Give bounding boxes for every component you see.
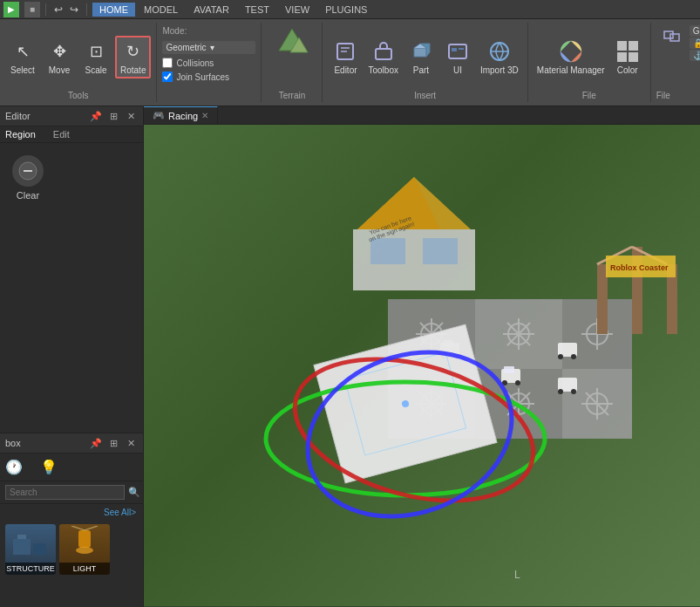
- group-icon: [663, 26, 682, 45]
- group-button[interactable]: [656, 24, 688, 62]
- svg-rect-15: [617, 52, 627, 62]
- toolbox-button[interactable]: Toolbox: [364, 38, 401, 77]
- svg-line-27: [85, 526, 98, 530]
- box-panel: box 📌 ⊞ ✕ 🔍 ⚙ See All>: [0, 433, 143, 607]
- material-icon: [559, 39, 583, 64]
- box-panel-header: box 📌 ⊞ ✕: [0, 433, 143, 454]
- rotate-button[interactable]: ↻ Rotate: [115, 36, 151, 78]
- toolbox-icon: [371, 39, 396, 64]
- mode-group: Mode: Geometric ▾ Collisions Join Surfac…: [157, 23, 262, 102]
- structure-thumbnail[interactable]: STRUCTURE: [5, 524, 56, 575]
- svg-line-26: [71, 526, 85, 530]
- mode-dropdown[interactable]: Geometric ▾: [162, 41, 255, 54]
- region-tab[interactable]: Region: [5, 129, 36, 140]
- menu-test[interactable]: TEST: [238, 3, 276, 17]
- see-all-button[interactable]: See All>: [0, 504, 143, 521]
- join-surfaces-row: Join Surfaces: [162, 72, 255, 82]
- edit-group: Group ▾ 🔒 Lock ▾ ⚓ Anchor ▾ File: [651, 23, 700, 102]
- clear-label: Clear: [17, 190, 39, 201]
- clock-icon: [5, 459, 23, 475]
- move-button[interactable]: ✥ Move: [42, 38, 77, 77]
- panel-pin-btn[interactable]: 📌: [89, 109, 103, 123]
- scale-icon: ⊡: [84, 39, 108, 64]
- file-group: Material Manager Color File: [528, 23, 651, 102]
- menu-model[interactable]: MODEL: [137, 3, 185, 17]
- racing-tab[interactable]: 🎮 Racing ✕: [144, 106, 218, 124]
- redo-button[interactable]: ↪: [67, 3, 81, 16]
- scale-button[interactable]: ⊡ Scale: [78, 38, 113, 77]
- light-thumbnail[interactable]: LIGHT: [59, 524, 110, 575]
- svg-rect-8: [452, 48, 457, 51]
- svg-text:L: L: [514, 569, 520, 581]
- menu-home[interactable]: HOME: [92, 3, 135, 17]
- search-input[interactable]: [5, 485, 125, 500]
- terrain-group: Terrain: [262, 23, 323, 102]
- stop-button[interactable]: [24, 2, 40, 17]
- svg-rect-23: [33, 543, 46, 555]
- menu-plugins[interactable]: PLUGINS: [318, 3, 374, 17]
- clock-icon-btn[interactable]: [5, 459, 23, 475]
- svg-rect-17: [664, 31, 673, 38]
- menu-avatar[interactable]: AVATAR: [187, 3, 236, 17]
- thumbnails-row: STRUCTURE LIGHT: [0, 521, 143, 578]
- panel-close-btn[interactable]: ✕: [124, 109, 138, 123]
- svg-rect-66: [504, 366, 514, 373]
- bulb-icon-btn[interactable]: [40, 459, 58, 475]
- lock-dropdown[interactable]: 🔒 Lock ▾: [690, 38, 700, 49]
- svg-point-25: [76, 547, 93, 554]
- structure-label: STRUCTURE: [5, 563, 56, 575]
- rotate-icon: ↻: [121, 39, 146, 64]
- file-group-label: File: [533, 89, 645, 100]
- box-expand-btn[interactable]: ⊞: [106, 436, 120, 450]
- svg-rect-9: [459, 48, 464, 50]
- svg-point-73: [558, 389, 563, 394]
- select-icon: ↖: [10, 39, 35, 64]
- editor-button[interactable]: Editor: [328, 38, 363, 77]
- svg-rect-22: [17, 535, 26, 539]
- insert-group: Editor Toolbox Part UI: [323, 23, 527, 102]
- tab-close-btn[interactable]: ✕: [201, 111, 208, 120]
- box-pin-btn[interactable]: 📌: [89, 436, 103, 450]
- svg-rect-78: [370, 238, 405, 264]
- part-icon: [409, 39, 433, 64]
- color-button[interactable]: Color: [610, 38, 645, 77]
- anchor-dropdown[interactable]: ⚓ Anchor ▾: [690, 50, 700, 61]
- svg-text:Roblox Coaster: Roblox Coaster: [610, 263, 669, 272]
- scene-background: You can be here on the sign again! Roblo…: [144, 125, 700, 606]
- box-close-btn[interactable]: ✕: [124, 436, 138, 450]
- terrain-button[interactable]: [275, 24, 309, 59]
- insert-group-label: Insert: [328, 89, 521, 100]
- search-row: 🔍 ⚙: [0, 481, 143, 504]
- editor-title: Editor: [5, 111, 85, 121]
- material-manager-button[interactable]: Material Manager: [533, 38, 608, 77]
- racing-tab-icon: 🎮: [153, 110, 165, 121]
- svg-rect-14: [629, 41, 638, 51]
- collisions-checkbox[interactable]: [162, 58, 173, 68]
- svg-point-71: [571, 354, 576, 359]
- import3d-button[interactable]: Import 3D: [477, 38, 522, 77]
- main-area: Editor 📌 ⊞ ✕ Region Edit Clear: [0, 106, 700, 607]
- tools-group-label: Tools: [5, 89, 151, 100]
- panel-sub-header: Region Edit: [0, 126, 143, 143]
- undo-button[interactable]: ↩: [51, 3, 65, 16]
- box-icons-row: [0, 454, 143, 481]
- search-icon[interactable]: 🔍: [128, 487, 140, 498]
- join-surfaces-checkbox[interactable]: [162, 72, 173, 82]
- svg-rect-79: [423, 238, 458, 264]
- svg-point-68: [515, 380, 520, 385]
- clear-button[interactable]: Clear: [9, 152, 47, 204]
- panel-expand-btn[interactable]: ⊞: [106, 109, 120, 123]
- select-button[interactable]: ↖ Select: [5, 38, 40, 77]
- menu-view[interactable]: VIEW: [278, 3, 316, 17]
- scene-container[interactable]: You can be here on the sign again! Roblo…: [144, 125, 700, 606]
- ribbon: ↖ Select ✥ Move ⊡ Scale ↻ Rotate Tools M…: [0, 19, 700, 106]
- left-panel: Editor 📌 ⊞ ✕ Region Edit Clear: [0, 106, 144, 607]
- ui-button[interactable]: UI: [440, 38, 475, 77]
- svg-rect-13: [617, 41, 627, 51]
- group-dropdown[interactable]: Group ▾: [690, 25, 700, 37]
- play-run-button[interactable]: [3, 2, 19, 17]
- svg-point-74: [571, 389, 576, 394]
- part-button[interactable]: Part: [404, 38, 438, 77]
- editor-content: Clear: [0, 143, 143, 433]
- edit-tab[interactable]: Edit: [53, 129, 70, 140]
